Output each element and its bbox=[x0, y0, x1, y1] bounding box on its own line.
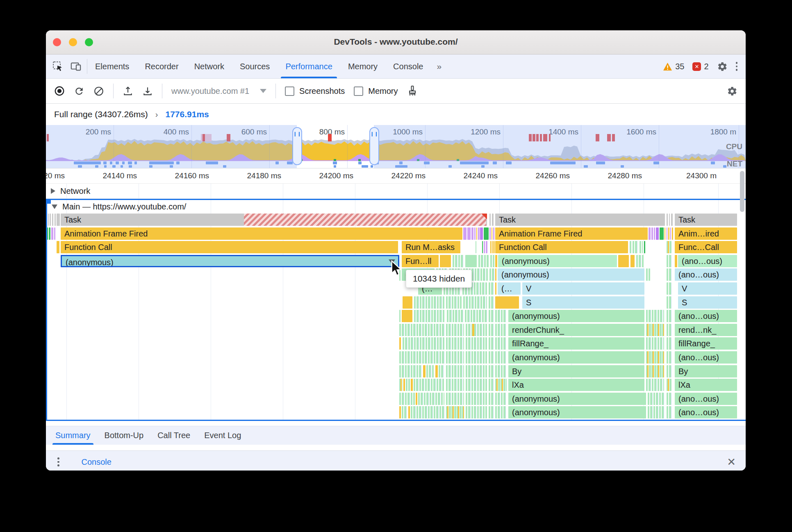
flame-entry-sliver[interactable] bbox=[646, 337, 664, 350]
selection-left-handle[interactable]: ❙❙ bbox=[292, 127, 302, 165]
flame-entry-sliver[interactable] bbox=[492, 227, 492, 240]
flame-entry-sliver[interactable] bbox=[640, 241, 643, 253]
flame-entry-sliver[interactable] bbox=[440, 255, 451, 267]
details-tab-event-log[interactable]: Event Log bbox=[197, 426, 248, 445]
flame-entry-sliver[interactable] bbox=[490, 255, 494, 267]
flame-entry[interactable]: V bbox=[678, 282, 737, 295]
clear-recording-button[interactable] bbox=[93, 86, 104, 96]
flame-entry-sliver[interactable] bbox=[495, 296, 519, 309]
main-track-header[interactable]: Main — https://www.youtube.com/ bbox=[46, 199, 746, 214]
flame-entry-sliver[interactable] bbox=[50, 214, 51, 226]
flame-entry-sliver[interactable] bbox=[489, 310, 494, 322]
flame-entry-sliver[interactable] bbox=[667, 268, 671, 281]
flame-entry-sliver[interactable] bbox=[403, 379, 405, 391]
flame-entry-sliver[interactable] bbox=[411, 406, 444, 418]
flame-entry[interactable]: (ano…ous) bbox=[675, 393, 737, 405]
flame-entry-sliver[interactable] bbox=[630, 241, 631, 253]
screenshots-checkbox[interactable]: Screenshots bbox=[285, 86, 345, 96]
flame-entry-sliver[interactable] bbox=[633, 241, 638, 253]
warnings-badge[interactable]: 35 bbox=[663, 62, 684, 71]
flame-entry-sliver[interactable] bbox=[649, 227, 651, 240]
flame-entry-sliver[interactable] bbox=[495, 255, 497, 267]
flame-entry-sliver[interactable] bbox=[489, 351, 494, 364]
full-range-crumb[interactable]: Full range (34307.26ms) bbox=[54, 109, 148, 119]
flame-entry-sliver[interactable] bbox=[492, 214, 494, 226]
flame-entry[interactable]: (anonymous) bbox=[508, 406, 646, 418]
flame-entry-sliver[interactable] bbox=[667, 241, 671, 253]
flame-entry-sliver[interactable] bbox=[476, 241, 476, 253]
flame-entry-sliver[interactable] bbox=[667, 324, 671, 336]
flame-entry[interactable]: Function Call bbox=[61, 241, 398, 253]
errors-badge[interactable]: ✕ 2 bbox=[692, 62, 708, 71]
flame-entry-sliver[interactable] bbox=[618, 255, 629, 267]
flame-entry-sliver[interactable] bbox=[646, 310, 664, 322]
flame-entry-sliver[interactable] bbox=[48, 214, 49, 226]
flame-entry-sliver[interactable] bbox=[667, 214, 668, 226]
details-tab-bottom-up[interactable]: Bottom-Up bbox=[98, 426, 151, 445]
flame-entry-sliver[interactable] bbox=[399, 406, 401, 418]
flame-entry-sliver[interactable] bbox=[399, 351, 444, 364]
flame-entry-sliver[interactable] bbox=[423, 365, 426, 377]
flame-entry-sliver[interactable] bbox=[667, 282, 671, 295]
flame-entry-sliver[interactable] bbox=[646, 324, 664, 336]
flame-entry-sliver[interactable] bbox=[656, 227, 659, 240]
flame-entry-sliver[interactable] bbox=[474, 227, 476, 240]
flame-entry[interactable]: (anonymous) bbox=[508, 310, 644, 322]
flame-entry-sliver[interactable] bbox=[495, 365, 507, 377]
flame-entry[interactable]: (anonymous) bbox=[61, 255, 399, 267]
flame-entry[interactable]: S bbox=[522, 296, 644, 309]
selection-right-handle[interactable]: ❙❙ bbox=[369, 127, 379, 165]
device-toolbar-icon[interactable] bbox=[71, 61, 81, 72]
tab-network[interactable]: Network bbox=[187, 55, 232, 78]
flame-entry-sliver[interactable] bbox=[465, 255, 477, 267]
flame-entry[interactable]: S bbox=[678, 296, 737, 309]
flame-entry[interactable]: (ano…ous) bbox=[675, 406, 737, 418]
flame-entry-sliver[interactable] bbox=[668, 227, 669, 240]
flame-entry-sliver[interactable] bbox=[463, 296, 487, 309]
flame-entry-sliver[interactable] bbox=[486, 241, 487, 253]
flame-entry[interactable]: (anonymous) bbox=[498, 255, 617, 267]
flame-entry-sliver[interactable] bbox=[49, 227, 50, 240]
flame-entry-sliver[interactable] bbox=[446, 337, 464, 350]
flame-entry[interactable]: (anonymous) bbox=[508, 351, 644, 364]
flame-entry-sliver[interactable] bbox=[494, 241, 495, 253]
flame-entry-sliver[interactable] bbox=[667, 365, 671, 377]
vertical-scrollbar[interactable] bbox=[740, 171, 744, 212]
flame-entry-sliver[interactable] bbox=[399, 393, 415, 405]
flame-entry[interactable]: (ano…ous) bbox=[675, 268, 737, 281]
flame-entry-sliver[interactable] bbox=[446, 296, 462, 309]
flame-entry-sliver[interactable] bbox=[667, 227, 667, 240]
garbage-collect-icon[interactable] bbox=[407, 86, 418, 96]
flame-entry-sliver[interactable] bbox=[399, 365, 422, 377]
flame-entry[interactable]: Task bbox=[495, 214, 665, 226]
selected-range-crumb[interactable]: 1776.91ms bbox=[165, 109, 209, 119]
network-track-header[interactable]: Network bbox=[46, 184, 746, 199]
flame-entry-sliver[interactable] bbox=[478, 227, 480, 240]
flame-entry-sliver[interactable] bbox=[667, 393, 671, 405]
flame-entry-sliver[interactable] bbox=[660, 227, 664, 240]
flame-entry[interactable]: (ano…ous) bbox=[678, 255, 737, 267]
capture-settings-gear-icon[interactable] bbox=[727, 86, 737, 96]
flame-entry-sliver[interactable] bbox=[489, 379, 494, 391]
flame-entry-sliver[interactable] bbox=[495, 393, 507, 405]
flame-entry[interactable]: lXa bbox=[675, 379, 737, 391]
flame-entry-sliver[interactable] bbox=[446, 365, 464, 377]
flame-entry[interactable]: Function Call bbox=[495, 241, 628, 253]
flame-entry[interactable]: Run M…asks bbox=[402, 241, 460, 253]
flame-entry-sliver[interactable] bbox=[408, 406, 410, 418]
flame-entry-sliver[interactable] bbox=[484, 241, 485, 253]
flame-entry-sliver[interactable] bbox=[399, 324, 444, 336]
flame-entry[interactable]: fillRange_ bbox=[508, 337, 644, 350]
flame-entry-sliver[interactable] bbox=[463, 227, 467, 240]
flame-entry-sliver[interactable] bbox=[402, 406, 407, 418]
flame-entry-sliver[interactable] bbox=[492, 241, 494, 253]
drawer-close-icon[interactable]: ✕ bbox=[727, 456, 736, 468]
flame-entry-sliver[interactable] bbox=[402, 310, 412, 322]
flame-entry-sliver[interactable] bbox=[675, 255, 677, 267]
tab-console[interactable]: Console bbox=[385, 55, 431, 78]
flame-entry[interactable]: (ano…ous) bbox=[675, 351, 737, 364]
flame-entry-sliver[interactable] bbox=[648, 406, 664, 418]
flame-entry-sliver[interactable] bbox=[446, 324, 464, 336]
flame-entry[interactable]: V bbox=[522, 282, 644, 295]
flame-entry-sliver[interactable] bbox=[416, 393, 417, 405]
